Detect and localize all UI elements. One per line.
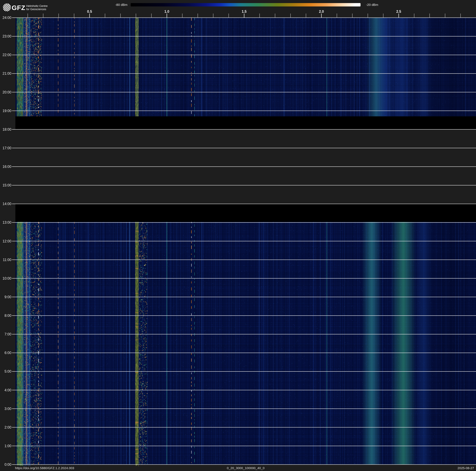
y-time-label: 12:00 — [0, 239, 11, 243]
y-time-label: 5:00 — [0, 369, 11, 374]
y-time-label: 6:00 — [0, 350, 11, 355]
y-time-label: 24:00 — [0, 15, 11, 20]
x-tick-label: 2.0 — [314, 10, 328, 14]
y-time-label: 23:00 — [0, 34, 11, 38]
x-tick-label: 2.5 — [392, 10, 406, 14]
y-time-label: 14:00 — [0, 201, 11, 206]
gfz-logo: GFZ Helmholtz Centre for Geosciences — [3, 3, 67, 12]
y-time-label: 16:00 — [0, 164, 11, 169]
y-time-label: 19:00 — [0, 109, 11, 113]
x-tick-label: 1.5 — [237, 10, 251, 14]
logo-org-name-line1: Helmholtz Centre — [26, 4, 48, 8]
date-label: 2025-08-27 — [458, 465, 474, 471]
y-time-label: 11:00 — [0, 257, 11, 262]
y-time-label: 22:00 — [0, 53, 11, 57]
y-time-label: 18:00 — [0, 127, 11, 132]
y-time-label: 17:00 — [0, 146, 11, 150]
footer-bar: https://doi.org/10.5880/GFZ.1.2.2024.003… — [0, 465, 476, 471]
spectrogram-canvas — [0, 0, 476, 471]
gfz-logo-icon — [3, 3, 11, 12]
y-time-label: 2:00 — [0, 425, 11, 430]
y-time-label: 8:00 — [0, 313, 11, 318]
y-time-label: 15:00 — [0, 183, 11, 188]
x-tick-label: 0.5 — [83, 10, 96, 14]
y-time-label: 3:00 — [0, 406, 11, 411]
logo-org-name: Helmholtz Centre for Geosciences — [26, 4, 48, 11]
colorbar-gradient — [131, 3, 360, 6]
doi-link[interactable]: https://doi.org/10.5880/GFZ.1.2.2024.003 — [15, 465, 74, 471]
y-time-label: 1:00 — [0, 444, 11, 448]
y-time-label: 7:00 — [0, 332, 11, 337]
colorbar-max-label: -20 dBm — [366, 3, 378, 7]
y-time-label: 9:00 — [0, 295, 11, 299]
y-time-label: 4:00 — [0, 388, 11, 392]
y-time-label: 13:00 — [0, 220, 11, 225]
y-time-label: 10:00 — [0, 276, 11, 281]
y-time-label: 20:00 — [0, 90, 11, 94]
logo-org-name-line2: for Geosciences — [26, 8, 46, 11]
y-time-label: 21:00 — [0, 71, 11, 76]
colorbar-min-label: -80 dBm — [92, 3, 127, 7]
dataset-id: 0_20_3000_100000_40_0 — [227, 465, 264, 471]
logo-abbr: GFZ — [12, 4, 25, 12]
x-tick-label: 1.0 — [160, 10, 174, 14]
